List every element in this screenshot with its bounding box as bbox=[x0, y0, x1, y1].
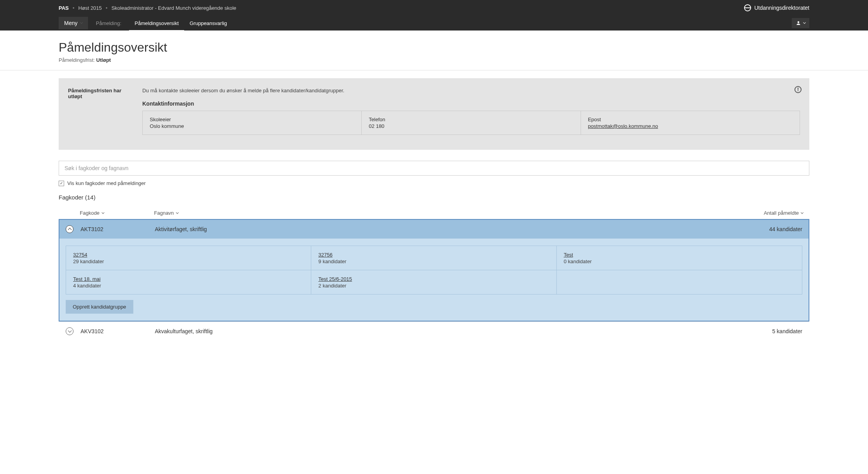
table-header: Fagkode Fagnavn Antall påmeldte bbox=[59, 207, 809, 219]
expand-toggle[interactable] bbox=[66, 327, 74, 335]
info-box-deadline-expired: ! Påmeldingsfristen har utløpt Du må kon… bbox=[59, 78, 809, 150]
app-name: PAS bbox=[59, 5, 69, 11]
group-count: 2 kandidater bbox=[318, 283, 549, 289]
group-cell[interactable]: 32754 29 kandidater bbox=[66, 246, 311, 270]
breadcrumb: PAS • Høst 2015 • Skoleadministrator - E… bbox=[59, 5, 236, 11]
fagkode-row-header[interactable]: AKT3102 Aktivitørfaget, skriftlig 44 kan… bbox=[59, 220, 809, 239]
group-link[interactable]: Test 18. mai bbox=[73, 276, 100, 282]
page-header: Påmeldingsoversikt Påmeldingsfrist: Utlø… bbox=[0, 31, 868, 70]
group-cell[interactable]: 32756 9 kandidater bbox=[311, 246, 556, 270]
org-name: Utdanningsdirektoratet bbox=[754, 5, 809, 11]
tab-gruppeansvarlig[interactable]: Gruppeansvarlig bbox=[184, 16, 232, 30]
group-link[interactable]: Test 25/6-2015 bbox=[318, 276, 352, 282]
group-cell-empty bbox=[557, 270, 802, 294]
search-input[interactable] bbox=[59, 161, 809, 176]
column-header-count[interactable]: Antall påmeldte bbox=[741, 210, 803, 216]
info-description: Du må kontakte skoleeier dersom du ønske… bbox=[142, 88, 800, 93]
group-count: 0 kandidater bbox=[564, 259, 795, 264]
column-header-code[interactable]: Fagkode bbox=[80, 210, 154, 216]
tab-pameldingsoversikt[interactable]: Påmeldingsoversikt bbox=[129, 16, 184, 30]
chevron-down-icon bbox=[176, 211, 179, 214]
section-title: Fagkoder (14) bbox=[59, 194, 809, 201]
checkbox-icon: ✓ bbox=[59, 181, 64, 186]
svg-point-0 bbox=[798, 21, 800, 23]
chevron-down-icon bbox=[80, 21, 83, 24]
group-link[interactable]: Test bbox=[564, 252, 573, 258]
contact-email-link[interactable]: postmottak@oslo.kommune.no bbox=[588, 123, 658, 129]
group-link[interactable]: 32754 bbox=[73, 252, 87, 258]
chevron-down-icon bbox=[68, 329, 72, 333]
fagkode-row-collapsed: AKV3102 Akvakulturfaget, skriftlig 5 kan… bbox=[59, 321, 809, 341]
fagkode-name: Aktivitørfaget, skriftlig bbox=[155, 226, 740, 232]
chevron-down-icon bbox=[102, 211, 104, 214]
contact-grid: Skoleeier Oslo kommune Telefon 02 180 Ep… bbox=[142, 111, 800, 135]
breadcrumb-role[interactable]: Skoleadministrator - Edvard Munch videre… bbox=[111, 5, 236, 11]
org-logo-icon bbox=[744, 4, 751, 11]
contact-owner: Skoleeier Oslo kommune bbox=[143, 111, 362, 135]
fagkode-row-expanded: AKT3102 Aktivitørfaget, skriftlig 44 kan… bbox=[59, 219, 809, 321]
contact-phone: Telefon 02 180 bbox=[362, 111, 581, 135]
groups-grid: 32754 29 kandidater 32756 9 kandidater T… bbox=[66, 246, 802, 294]
page-subtitle: Påmeldingsfrist: Utløpt bbox=[59, 57, 809, 63]
nav-section-label: Påmelding: bbox=[96, 20, 121, 26]
create-group-button[interactable]: Opprett kandidatgruppe bbox=[66, 300, 133, 314]
user-icon bbox=[796, 20, 801, 26]
group-cell[interactable]: Test 0 kandidater bbox=[557, 246, 802, 270]
fagkode-row-header[interactable]: AKV3102 Akvakulturfaget, skriftlig 5 kan… bbox=[59, 322, 809, 341]
info-icon: ! bbox=[794, 86, 802, 93]
group-count: 4 kandidater bbox=[73, 283, 304, 289]
collapse-toggle[interactable] bbox=[66, 225, 74, 233]
chevron-down-icon bbox=[803, 21, 806, 24]
contact-title: Kontaktinformasjon bbox=[142, 101, 800, 107]
group-link[interactable]: 32756 bbox=[318, 252, 332, 258]
chevron-up-icon bbox=[68, 228, 72, 232]
column-header-name[interactable]: Fagnavn bbox=[154, 210, 741, 216]
breadcrumb-term[interactable]: Høst 2015 bbox=[78, 5, 102, 11]
group-cell[interactable]: Test 25/6-2015 2 kandidater bbox=[311, 270, 556, 294]
contact-email: Epost postmottak@oslo.kommune.no bbox=[581, 111, 800, 135]
page-title: Påmeldingsoversikt bbox=[59, 40, 809, 55]
filter-checkbox[interactable]: ✓ Vis kun fagkoder med påmeldinger bbox=[59, 180, 809, 186]
group-count: 29 kandidater bbox=[73, 259, 304, 264]
info-title: Påmeldingsfristen har utløpt bbox=[68, 88, 135, 135]
group-cell[interactable]: Test 18. mai 4 kandidater bbox=[66, 270, 311, 294]
top-header: PAS • Høst 2015 • Skoleadministrator - E… bbox=[0, 0, 868, 16]
chevron-down-icon bbox=[801, 211, 803, 214]
org-logo: Utdanningsdirektoratet bbox=[744, 4, 809, 11]
fagkode-count: 5 kandidater bbox=[740, 328, 802, 334]
fagkode-name: Akvakulturfaget, skriftlig bbox=[155, 328, 740, 334]
group-count: 9 kandidater bbox=[318, 259, 549, 264]
fagkode-count: 44 kandidater bbox=[740, 226, 802, 232]
fagkode-body: 32754 29 kandidater 32756 9 kandidater T… bbox=[59, 239, 809, 321]
fagkode-code: AKT3102 bbox=[81, 226, 155, 232]
user-menu-button[interactable] bbox=[792, 18, 809, 28]
menu-button[interactable]: Meny bbox=[59, 17, 88, 29]
nav-bar: Meny Påmelding: Påmeldingsoversikt Grupp… bbox=[0, 16, 868, 31]
fagkode-code: AKV3102 bbox=[81, 328, 155, 334]
